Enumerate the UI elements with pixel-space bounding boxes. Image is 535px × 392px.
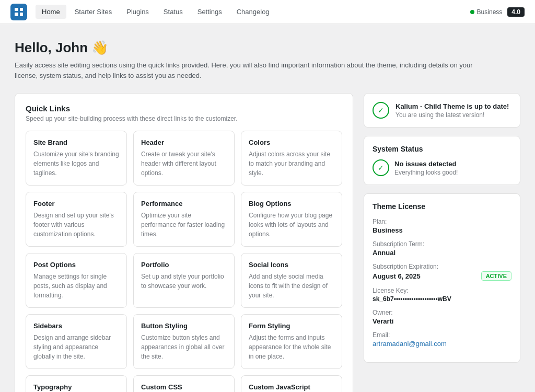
main-content: Hello, John 👋 Easily access site editing… bbox=[0, 24, 535, 392]
business-label: Business bbox=[477, 8, 503, 16]
link-button-styling-title: Button Styling bbox=[141, 322, 227, 330]
quick-links-title: Quick Links bbox=[26, 104, 342, 113]
status-text: No issues detected Everything looks good… bbox=[394, 160, 458, 176]
update-notice-card: ✓ Kalium - Child Theme is up to date! Yo… bbox=[364, 93, 520, 128]
license-key-label: License Key: bbox=[373, 287, 511, 294]
license-owner-row: Owner: Verarti bbox=[373, 309, 511, 325]
link-performance-desc: Optimize your site performance for faste… bbox=[141, 211, 227, 239]
link-form-styling-desc: Adjust the forms and inputs appearance f… bbox=[249, 333, 334, 361]
link-header-title: Header bbox=[141, 139, 227, 146]
status-dot-icon bbox=[470, 10, 474, 14]
link-blog-options-desc: Configure how your blog page looks with … bbox=[249, 211, 334, 239]
license-owner-value: Verarti bbox=[373, 317, 511, 325]
link-blog-options[interactable]: Blog Options Configure how your blog pag… bbox=[241, 192, 342, 247]
version-badge: 4.0 bbox=[507, 7, 525, 17]
link-form-styling[interactable]: Form Styling Adjust the forms and inputs… bbox=[241, 314, 342, 369]
license-key-row: License Key: sk_6b7••••••••••••••••••••w… bbox=[373, 287, 511, 303]
page-title: Hello, John 👋 bbox=[15, 40, 520, 56]
link-colors[interactable]: Colors Adjust colors across your site to… bbox=[241, 131, 342, 186]
app-logo[interactable] bbox=[10, 4, 27, 20]
license-email-value[interactable]: artramadani@gmail.com bbox=[373, 340, 511, 348]
link-performance-title: Performance bbox=[141, 200, 227, 207]
link-header[interactable]: Header Create or tweak your site's heade… bbox=[133, 131, 235, 186]
license-expiry-row: Subscription Expiration: August 6, 2025 … bbox=[373, 263, 511, 281]
license-subscription-label: Subscription Term: bbox=[373, 240, 511, 248]
nav-item-changelog[interactable]: Changelog bbox=[230, 5, 276, 19]
status-ok-title: No issues detected bbox=[394, 160, 458, 168]
link-post-options-title: Post Options bbox=[33, 261, 119, 269]
system-status-title: System Status bbox=[373, 145, 511, 153]
link-portfolio[interactable]: Portfolio Set up and style your portfoli… bbox=[133, 253, 235, 308]
status-row: ✓ No issues detected Everything looks go… bbox=[373, 159, 511, 176]
nav-item-starter-sites[interactable]: Starter Sites bbox=[68, 5, 119, 19]
nav-item-plugins[interactable]: Plugins bbox=[120, 5, 155, 19]
license-email-row: Email: artramadani@gmail.com bbox=[373, 331, 511, 348]
link-portfolio-desc: Set up and style your portfolio to showc… bbox=[141, 272, 227, 291]
license-plan-row: Plan: Business bbox=[373, 218, 511, 234]
update-notice-text: Kalium - Child Theme is up to date! You … bbox=[396, 102, 509, 119]
link-colors-title: Colors bbox=[249, 139, 334, 146]
system-status-card: System Status ✓ No issues detected Every… bbox=[364, 136, 520, 185]
link-site-brand[interactable]: Site Brand Customize your site's brandin… bbox=[26, 131, 127, 186]
license-plan-value: Business bbox=[373, 226, 511, 234]
link-site-brand-desc: Customize your site's branding elements … bbox=[33, 149, 119, 178]
link-performance[interactable]: Performance Optimize your site performan… bbox=[133, 192, 235, 247]
link-typography[interactable]: Typography Manage fonts and typography s… bbox=[26, 375, 127, 392]
quick-links-card: Quick Links Speed up your site-building … bbox=[15, 93, 353, 392]
theme-license-card: Theme License Plan: Business Subscriptio… bbox=[364, 193, 520, 363]
top-navigation: Home Starter Sites Plugins Status Settin… bbox=[0, 0, 535, 24]
link-site-brand-title: Site Brand bbox=[33, 139, 119, 146]
quick-links-subtitle: Speed up your site-building process with… bbox=[26, 115, 342, 122]
status-ok-sub: Everything looks good! bbox=[394, 169, 458, 176]
link-post-options[interactable]: Post Options Manage settings for single … bbox=[26, 253, 127, 308]
license-subscription-row: Subscription Term: Annual bbox=[373, 240, 511, 257]
link-button-styling-desc: Customize button styles and appearances … bbox=[141, 333, 227, 361]
link-social-icons[interactable]: Social Icons Add and style social media … bbox=[241, 253, 342, 308]
license-expiry-label: Subscription Expiration: bbox=[373, 263, 511, 270]
status-check-icon: ✓ bbox=[373, 159, 389, 176]
license-email-label: Email: bbox=[373, 331, 511, 339]
link-custom-css-title: Custom CSS bbox=[141, 383, 227, 391]
page-subtitle: Easily access site editing sections usin… bbox=[15, 60, 474, 80]
link-social-icons-title: Social Icons bbox=[249, 261, 334, 269]
content-grid: Quick Links Speed up your site-building … bbox=[15, 93, 520, 392]
license-plan-label: Plan: bbox=[373, 218, 511, 225]
nav-item-settings[interactable]: Settings bbox=[191, 5, 228, 19]
link-footer-desc: Design and set up your site's footer wit… bbox=[33, 211, 119, 239]
license-subscription-value: Annual bbox=[373, 249, 511, 257]
active-badge: ACTIVE bbox=[481, 271, 511, 281]
license-expiry-value-row: August 6, 2025 ACTIVE bbox=[373, 271, 511, 281]
quick-links-grid: Site Brand Customize your site's brandin… bbox=[26, 131, 342, 392]
link-sidebars-title: Sidebars bbox=[33, 322, 119, 330]
link-footer[interactable]: Footer Design and set up your site's foo… bbox=[26, 192, 127, 247]
update-notice-title: Kalium - Child Theme is up to date! bbox=[396, 102, 509, 110]
license-expiry-value: August 6, 2025 bbox=[373, 272, 421, 280]
link-footer-title: Footer bbox=[33, 200, 119, 207]
license-owner-label: Owner: bbox=[373, 309, 511, 316]
license-section-title: Theme License bbox=[373, 202, 511, 211]
nav-right-section: Business 4.0 bbox=[470, 7, 525, 17]
business-status: Business bbox=[470, 8, 503, 16]
link-header-desc: Create or tweak your site's header with … bbox=[141, 149, 227, 178]
link-portfolio-title: Portfolio bbox=[141, 261, 227, 269]
link-sidebars[interactable]: Sidebars Design and arrange sidebar styl… bbox=[26, 314, 127, 369]
right-column: ✓ Kalium - Child Theme is up to date! Yo… bbox=[364, 93, 520, 392]
link-custom-css[interactable]: Custom CSS Add custom CSS to apply speci… bbox=[133, 375, 235, 392]
link-custom-js[interactable]: Custom JavaScript Implement custom JavaS… bbox=[241, 375, 342, 392]
nav-item-home[interactable]: Home bbox=[36, 5, 66, 19]
license-key-value: sk_6b7••••••••••••••••••••wBV bbox=[373, 295, 511, 303]
logo-grid-icon bbox=[15, 8, 23, 16]
nav-item-status[interactable]: Status bbox=[157, 5, 189, 19]
link-button-styling[interactable]: Button Styling Customize button styles a… bbox=[133, 314, 235, 369]
link-colors-desc: Adjust colors across your site to match … bbox=[249, 149, 334, 178]
link-social-icons-desc: Add and style social media icons to fit … bbox=[249, 272, 334, 300]
link-sidebars-desc: Design and arrange sidebar styling and a… bbox=[33, 333, 119, 361]
update-notice-sub: You are using the latest version! bbox=[396, 111, 509, 119]
link-post-options-desc: Manage settings for single posts, such a… bbox=[33, 272, 119, 300]
link-custom-js-title: Custom JavaScript bbox=[249, 383, 334, 391]
check-circle-icon: ✓ bbox=[373, 102, 389, 119]
link-form-styling-title: Form Styling bbox=[249, 322, 334, 330]
link-blog-options-title: Blog Options bbox=[249, 200, 334, 207]
link-typography-title: Typography bbox=[33, 383, 119, 391]
